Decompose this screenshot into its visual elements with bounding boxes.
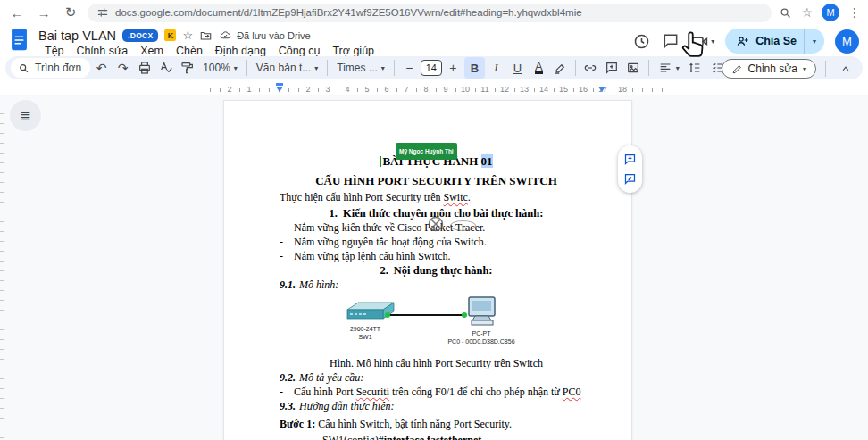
ruler-number: 2 [305, 85, 310, 94]
requirement-line[interactable]: -Cấu hình Port Securiti trên cổng F0/1 đ… [280, 385, 593, 399]
bold-button[interactable]: B [464, 57, 485, 79]
add-comment-icon [623, 153, 637, 166]
float-suggest-edit-button[interactable] [622, 171, 638, 187]
ruler-number: 2 [227, 85, 231, 94]
doc-title-line[interactable]: Mỹ Ngọc Huỳnh Thị BÀI THỰC HÀNH 01 [280, 154, 593, 169]
highlight-color-button[interactable] [550, 57, 571, 79]
font-family-select[interactable]: Times ...▾ [332, 62, 389, 74]
link-status-dot [462, 312, 467, 318]
chevron-down-icon: ▾ [234, 64, 238, 72]
menu-edit[interactable]: Chỉnh sửa [71, 45, 135, 57]
save-status[interactable]: Đã lưu vào Drive [219, 29, 311, 41]
align-select[interactable]: ▾ [654, 61, 684, 75]
account-avatar[interactable]: M [835, 29, 859, 54]
bullet-line[interactable]: -Nắm vững nguyên tắc hoạt động của Switc… [280, 235, 593, 249]
move-folder-icon[interactable] [199, 29, 213, 42]
editing-mode-button[interactable]: Chỉnh sửa ▾ [722, 59, 816, 79]
subsection-92[interactable]: 9.2.Mô tả yêu cầu: [280, 370, 593, 385]
undo-button[interactable]: ↶ [91, 57, 112, 79]
ruler-number: 4 [345, 85, 349, 94]
address-bar[interactable]: docs.google.com/document/d/1ltmZEp9Hjafi… [88, 4, 772, 22]
document-page[interactable]: Mỹ Ngọc Huỳnh Thị BÀI THỰC HÀNH 01 CẤU H… [223, 100, 632, 440]
menu-tools[interactable]: Công cụ [272, 45, 327, 57]
network-diagram-image[interactable]: 2960-24TT SW1 PC-PT PC0 - 00D0.D38D.C856 [338, 295, 597, 351]
floating-action-pill [618, 145, 642, 193]
pc-name-label: PC0 - 00D0.D38D.C856 [447, 338, 514, 345]
subsection-93[interactable]: 9.3.Hướng dẫn thực hiện: [280, 399, 593, 413]
comments-icon[interactable] [662, 32, 680, 50]
right-indent-marker[interactable] [598, 87, 605, 92]
ruler-number: 16 [579, 85, 588, 94]
menu-file[interactable]: Tệp [38, 45, 71, 57]
ruler-number: 13 [520, 85, 529, 94]
document-title[interactable]: Bai tap VLAN [38, 29, 116, 43]
cli-command-line[interactable]: SW1(config)#interface fastethernet [322, 433, 593, 440]
menu-format[interactable]: Định dạng [209, 45, 272, 57]
cloud-saved-icon [219, 29, 232, 41]
share-button-label: Chia Sẻ [755, 35, 797, 47]
float-add-comment-button[interactable] [622, 152, 638, 167]
italic-button[interactable]: I [486, 57, 506, 79]
doc-heading-line[interactable]: CẤU HÌNH PORT SECURITY TRÊN SWITCH [280, 174, 593, 188]
add-comment-button[interactable] [602, 57, 622, 79]
bullet-line[interactable]: -Nắm vững tập lệnh cấu hình Switch. [280, 249, 593, 263]
menu-help[interactable]: Trợ giúp [326, 45, 380, 57]
zoom-select[interactable]: 100%▾ [198, 62, 242, 74]
ruler-number: 8 [423, 85, 428, 94]
print-button[interactable] [134, 57, 154, 79]
star-document-icon[interactable]: ☆ [182, 29, 193, 42]
increase-font-size-button[interactable]: + [443, 57, 463, 79]
pc-model-label: PC-PT [472, 330, 492, 336]
share-dropdown-button[interactable]: ▾ [805, 29, 824, 54]
search-menus-label: Trình đơn [35, 62, 81, 74]
pencil-icon [731, 63, 743, 75]
menu-view[interactable]: Xem [134, 45, 170, 57]
browser-menu-icon[interactable]: ⋮ [848, 6, 861, 19]
docs-logo-icon[interactable] [9, 27, 29, 58]
outline-icon: ≣ [20, 108, 31, 124]
show-outline-button[interactable]: ≣ [10, 100, 41, 131]
pc-icon [469, 297, 495, 325]
ruler-number: 18 [618, 85, 627, 94]
subsection-91[interactable]: 9.1.Mô hình: [280, 278, 593, 292]
reload-icon[interactable]: ↻ [61, 3, 80, 22]
divider [825, 61, 826, 77]
text-color-button[interactable]: A [529, 57, 549, 79]
bookmark-star-icon[interactable]: ☆ [801, 6, 813, 19]
divider [575, 60, 576, 76]
back-icon[interactable]: ← [7, 3, 27, 22]
divider [394, 60, 395, 76]
insert-link-button[interactable] [580, 57, 601, 79]
ruler-number: 1 [246, 85, 251, 94]
suggest-edit-icon [623, 172, 637, 186]
menu-insert[interactable]: Chèn [170, 45, 209, 57]
page-zoom-icon[interactable] [779, 6, 792, 20]
section-2-heading[interactable]: 2.Nội dung thực hành: [280, 263, 593, 278]
step-1-line[interactable]: Bước 1: Cấu hình Switch, bật tính năng P… [280, 417, 593, 431]
add-comment-icon [605, 61, 619, 75]
paint-format-button[interactable] [177, 57, 197, 79]
site-settings-icon[interactable] [96, 6, 109, 19]
intro-line[interactable]: Thực hiện cấu hình Port Security trên Sw… [280, 190, 593, 204]
vertical-ruler [0, 95, 4, 440]
hide-menus-button[interactable] [835, 58, 855, 79]
version-history-icon[interactable] [632, 32, 651, 51]
left-indent-marker[interactable] [276, 83, 283, 92]
chevron-down-icon: ▾ [314, 64, 318, 72]
font-size-input[interactable]: 14 [421, 60, 442, 76]
mouse-cursor-hand [679, 29, 711, 62]
underline-button[interactable]: U [507, 57, 528, 79]
forward-icon[interactable]: → [34, 3, 54, 22]
printer-icon [138, 61, 152, 75]
figure-caption[interactable]: Hình. Mô hình cấu hình Port Security trê… [280, 356, 593, 370]
paragraph-style-select[interactable]: Văn bản t...▾ [252, 62, 322, 74]
spell-check-button[interactable] [155, 57, 176, 79]
search-menus-button[interactable]: Trình đơn [11, 58, 90, 78]
chevron-down-icon[interactable]: ▾ [711, 37, 714, 46]
redo-button[interactable]: ↷ [113, 57, 133, 79]
pill-tail-line [630, 194, 630, 202]
browser-profile-avatar[interactable]: M [822, 4, 839, 21]
share-button[interactable]: Chia Sẻ [725, 29, 804, 54]
decrease-font-size-button[interactable]: − [399, 57, 420, 79]
insert-image-button[interactable] [623, 57, 644, 79]
